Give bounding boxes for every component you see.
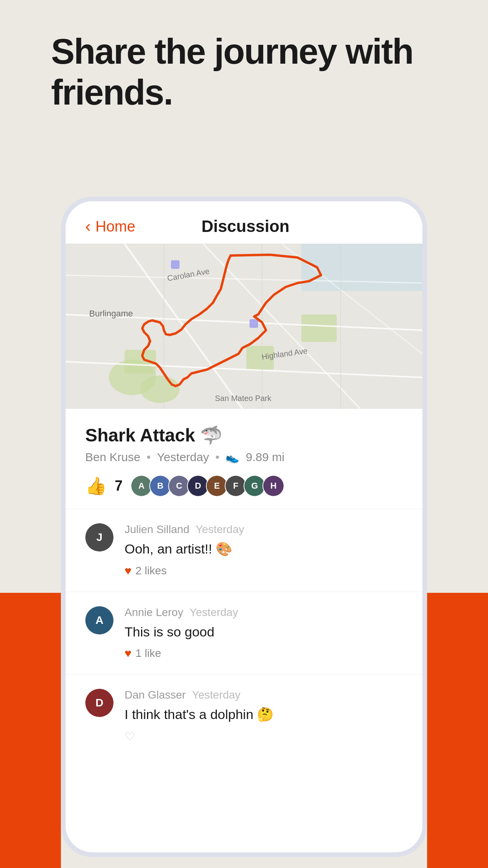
heart-filled-icon-2: ♥ — [125, 647, 132, 660]
comment-like-count-1: 2 likes — [136, 565, 167, 577]
comment-body-1: Julien Silland Yesterday Ooh, an artist!… — [125, 523, 403, 577]
orange-accent-left — [0, 593, 61, 868]
chevron-left-icon: ‹ — [85, 217, 91, 236]
svg-rect-22 — [250, 319, 258, 328]
svg-point-4 — [140, 375, 180, 403]
comment-avatar-3: D — [85, 689, 114, 717]
svg-rect-21 — [171, 260, 180, 269]
comment-author-1: Julien Silland — [125, 523, 189, 536]
comment-item-3: D Dan Glasser Yesterday I think that's a… — [66, 674, 422, 758]
screen-header: ‹ Home Discussion — [66, 201, 422, 244]
comment-time-3: Yesterday — [192, 689, 241, 701]
comment-item-2: A Annie Leroy Yesterday This is so good … — [66, 592, 422, 675]
heart-filled-icon: ♥ — [125, 564, 132, 577]
comment-like-count-2: 1 like — [136, 647, 161, 660]
comment-header-1: Julien Silland Yesterday — [125, 523, 403, 536]
back-button[interactable]: ‹ Home — [85, 217, 135, 236]
back-label: Home — [95, 218, 135, 235]
meta-dot-2: • — [215, 451, 220, 464]
comments-section: J Julien Silland Yesterday Ooh, an artis… — [66, 509, 422, 852]
comment-author-2: Annie Leroy — [125, 606, 183, 619]
activity-author: Ben Kruse — [85, 451, 140, 464]
comment-header-3: Dan Glasser Yesterday — [125, 689, 403, 701]
comment-time-1: Yesterday — [196, 523, 244, 536]
orange-accent-right — [427, 593, 488, 868]
meta-dot-1: • — [147, 451, 151, 464]
comment-text-2: This is so good — [125, 623, 403, 642]
phone-mockup: ‹ Home Discussion — [61, 197, 427, 857]
thumbs-up-icon[interactable]: 👍 — [85, 476, 107, 496]
svg-rect-1 — [301, 244, 422, 291]
comment-body-3: Dan Glasser Yesterday I think that's a d… — [125, 689, 403, 743]
activity-time: Yesterday — [157, 451, 209, 464]
activity-meta: Ben Kruse • Yesterday • 👟 9.89 mi — [85, 451, 403, 464]
comment-likes-1[interactable]: ♥ 2 likes — [125, 564, 403, 577]
map-svg: Burlingame Carolan Ave Highland Ave San … — [66, 244, 422, 409]
activity-info: Shark Attack 🦈 Ben Kruse • Yesterday • 👟… — [66, 409, 422, 509]
activity-distance: 9.89 mi — [246, 451, 284, 464]
hero-text: Share the journey with friends. — [51, 31, 488, 113]
kudos-avatar-8: H — [262, 475, 284, 497]
likes-row: 👍 7 A B C D E — [85, 475, 403, 497]
phone-screen: ‹ Home Discussion — [66, 201, 422, 852]
map-background: Burlingame Carolan Ave Highland Ave San … — [66, 244, 422, 409]
comment-text-1: Ooh, an artist!! 🎨 — [125, 540, 403, 559]
like-count: 7 — [115, 478, 123, 494]
shoe-icon: 👟 — [226, 451, 239, 464]
svg-rect-6 — [301, 314, 337, 342]
comment-author-3: Dan Glasser — [125, 689, 186, 701]
comment-item: J Julien Silland Yesterday Ooh, an artis… — [66, 509, 422, 592]
kudos-avatars: A B C D E F — [130, 475, 284, 497]
comment-time-2: Yesterday — [189, 606, 238, 619]
map-area: Burlingame Carolan Ave Highland Ave San … — [66, 244, 422, 409]
comment-likes-3[interactable]: ♡ — [125, 730, 403, 743]
comment-text-3: I think that's a dolphin 🤔 — [125, 705, 403, 724]
screen-title: Discussion — [135, 217, 356, 236]
comment-avatar-1: J — [85, 523, 114, 552]
comment-likes-2[interactable]: ♥ 1 like — [125, 647, 403, 660]
activity-emoji: 🦈 — [200, 425, 222, 446]
heart-empty-icon: ♡ — [125, 730, 135, 743]
activity-name: Shark Attack — [85, 425, 195, 446]
svg-text:Burlingame: Burlingame — [89, 309, 133, 318]
svg-text:San Mateo Park: San Mateo Park — [215, 394, 272, 403]
comment-header-2: Annie Leroy Yesterday — [125, 606, 403, 619]
comment-body-2: Annie Leroy Yesterday This is so good ♥ … — [125, 606, 403, 660]
comment-avatar-2: A — [85, 606, 114, 634]
activity-title: Shark Attack 🦈 — [85, 425, 403, 446]
